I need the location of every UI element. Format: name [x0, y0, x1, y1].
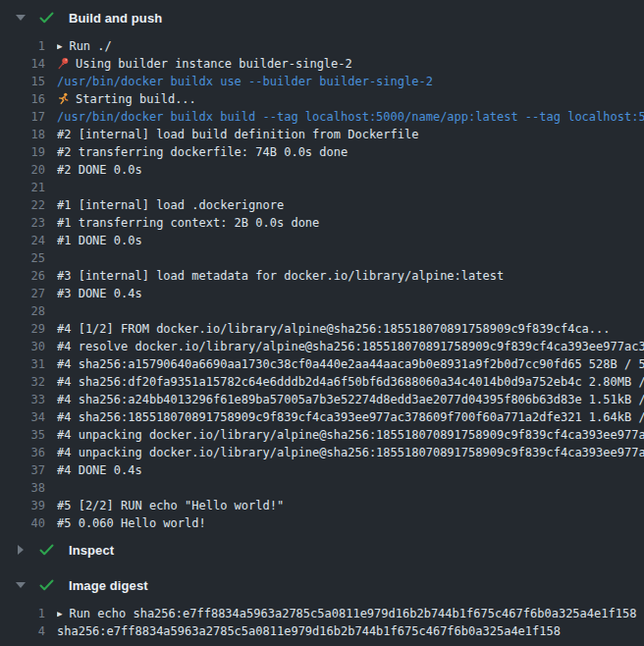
line-text-content: #3 DONE 0.4s: [57, 287, 142, 300]
run-group-line-text[interactable]: ▶Run echo sha256:e7ff8834a5963a2785c5a08…: [57, 605, 644, 622]
line-text: #4 resolve docker.io/library/alpine@sha2…: [57, 338, 644, 355]
log-line: 36#4 unpacking docker.io/library/alpine@…: [0, 444, 644, 461]
line-number[interactable]: 34: [0, 408, 45, 426]
line-number[interactable]: 28: [0, 302, 45, 320]
line-number[interactable]: 18: [0, 126, 45, 143]
section-header-image-digest[interactable]: Image digest: [0, 567, 644, 603]
log-line: 26#3 [internal] load metadata for docker…: [0, 267, 644, 285]
success-check-icon: [39, 544, 55, 556]
line-number[interactable]: 29: [0, 320, 45, 338]
line-text: #5 0.060 Hello world!: [57, 514, 644, 532]
line-number[interactable]: 4: [0, 622, 45, 640]
log-line: 29#4 [1/2] FROM docker.io/library/alpine…: [0, 320, 644, 338]
line-number[interactable]: 19: [0, 143, 45, 161]
line-text-content: #1 transferring context: 2B 0.0s done: [57, 216, 319, 230]
run-group-line-text[interactable]: ▶Run ./: [57, 37, 644, 55]
log-line: 39#5 [2/2] RUN echo "Hello world!": [0, 497, 644, 514]
line-text-content: #1 DONE 0.0s: [57, 234, 142, 247]
line-text-content: #4 [1/2] FROM docker.io/library/alpine@s…: [57, 322, 611, 336]
log-line: 33#4 sha256:a24bb4013296f61e89ba57005a7b…: [0, 391, 644, 408]
line-text-content: #2 DONE 0.0s: [57, 163, 142, 177]
log-line: 14Using builder instance builder-single-…: [0, 55, 644, 73]
line-text-content: #5 0.060 Hello world!: [57, 516, 206, 530]
success-check-icon: [39, 12, 55, 24]
line-number[interactable]: 16: [0, 90, 45, 108]
line-text-content: #4 sha256:a15790640a6690aa1730c38cf0a440…: [57, 357, 644, 371]
line-number[interactable]: 33: [0, 391, 45, 408]
section-header-inspect[interactable]: Inspect: [0, 532, 644, 567]
log-line: 38: [0, 479, 644, 497]
line-text-content: #2 [internal] load build definition from…: [57, 128, 418, 141]
line-number[interactable]: 15: [0, 73, 45, 90]
line-number[interactable]: 35: [0, 426, 45, 444]
line-number[interactable]: 32: [0, 373, 45, 391]
line-text: #1 DONE 0.0s: [57, 232, 644, 249]
line-text-content: #3 [internal] load metadata for docker.i…: [57, 269, 504, 283]
line-number[interactable]: 23: [0, 214, 45, 232]
line-text-content: #5 [2/2] RUN echo "Hello world!": [57, 499, 284, 512]
chevron-down-icon[interactable]: [15, 582, 27, 588]
section-header-build-and-push[interactable]: Build and push: [0, 0, 644, 35]
run-toggle-icon[interactable]: ▶: [57, 605, 62, 622]
log-line: 21: [0, 179, 644, 196]
log-line: 4sha256:e7ff8834a5963a2785c5a0811e979d16…: [0, 622, 644, 640]
line-text-content: Starting build...: [76, 92, 196, 106]
pushpin-icon: [57, 57, 70, 70]
log-line: 19#2 transferring dockerfile: 74B 0.0s d…: [0, 143, 644, 161]
line-text: #4 unpacking docker.io/library/alpine@sh…: [57, 426, 644, 444]
line-text: #1 transferring context: 2B 0.0s done: [57, 214, 644, 232]
line-text-content: #1 [internal] load .dockerignore: [57, 198, 284, 212]
line-number[interactable]: 38: [0, 479, 45, 497]
line-number[interactable]: 27: [0, 285, 45, 302]
line-number[interactable]: 30: [0, 338, 45, 355]
line-number[interactable]: 22: [0, 196, 45, 214]
line-number[interactable]: 1: [0, 37, 45, 55]
chevron-down-icon[interactable]: [15, 15, 27, 21]
log-line: 28: [0, 302, 644, 320]
line-number[interactable]: 36: [0, 444, 45, 461]
line-text: #5 [2/2] RUN echo "Hello world!": [57, 497, 644, 514]
line-number[interactable]: 31: [0, 355, 45, 373]
log-line: 27#3 DONE 0.4s: [0, 285, 644, 302]
log-line: 1▶Run ./: [0, 37, 644, 55]
section-title: Image digest: [69, 578, 148, 593]
log-line: 23#1 transferring context: 2B 0.0s done: [0, 214, 644, 232]
line-number[interactable]: 37: [0, 461, 45, 479]
line-text-content: #4 sha256:a24bb4013296f61e89ba57005a7b3e…: [57, 393, 644, 406]
line-text: [57, 479, 644, 497]
line-text: #2 DONE 0.0s: [57, 161, 644, 179]
line-number[interactable]: 24: [0, 232, 45, 249]
log-line: 17/usr/bin/docker buildx build --tag loc…: [0, 108, 644, 126]
line-number[interactable]: 20: [0, 161, 45, 179]
line-text-content: #4 DONE 0.4s: [57, 463, 142, 477]
log-line: 40#5 0.060 Hello world!: [0, 514, 644, 532]
line-number[interactable]: 14: [0, 55, 45, 73]
line-text-content: #4 unpacking docker.io/library/alpine@sh…: [57, 446, 644, 459]
chevron-right-icon[interactable]: [15, 545, 27, 555]
log-line: 30#4 resolve docker.io/library/alpine@sh…: [0, 338, 644, 355]
line-number[interactable]: 17: [0, 108, 45, 126]
log-line: 22#1 [internal] load .dockerignore: [0, 196, 644, 214]
line-text: #3 [internal] load metadata for docker.i…: [57, 267, 644, 285]
line-number[interactable]: 25: [0, 249, 45, 267]
line-text: #4 sha256:a15790640a6690aa1730c38cf0a440…: [57, 355, 644, 373]
section-log-lines: 1▶Run echo sha256:e7ff8834a5963a2785c5a0…: [0, 603, 644, 640]
success-check-icon: [39, 579, 55, 591]
line-number[interactable]: 39: [0, 497, 45, 514]
line-text: #4 unpacking docker.io/library/alpine@sh…: [57, 444, 644, 461]
actions-log-panel: Build and push1▶Run ./14Using builder in…: [0, 0, 644, 640]
line-text-content: #4 resolve docker.io/library/alpine@sha2…: [57, 340, 644, 353]
log-line: 25: [0, 249, 644, 267]
run-toggle-icon[interactable]: ▶: [57, 37, 62, 55]
log-line: 1▶Run echo sha256:e7ff8834a5963a2785c5a0…: [0, 605, 644, 622]
line-number[interactable]: 1: [0, 605, 45, 622]
line-number[interactable]: 40: [0, 514, 45, 532]
line-text-content: Run echo sha256:e7ff8834a5963a2785c5a081…: [69, 607, 636, 620]
log-line: 20#2 DONE 0.0s: [0, 161, 644, 179]
line-number[interactable]: 21: [0, 179, 45, 196]
line-number[interactable]: 26: [0, 267, 45, 285]
log-line: 16Starting build...: [0, 90, 644, 108]
line-text: #2 [internal] load build definition from…: [57, 126, 644, 143]
line-text: sha256:e7ff8834a5963a2785c5a0811e979d16b…: [57, 622, 644, 640]
line-text-content: Using builder instance builder-single-2: [76, 57, 352, 71]
